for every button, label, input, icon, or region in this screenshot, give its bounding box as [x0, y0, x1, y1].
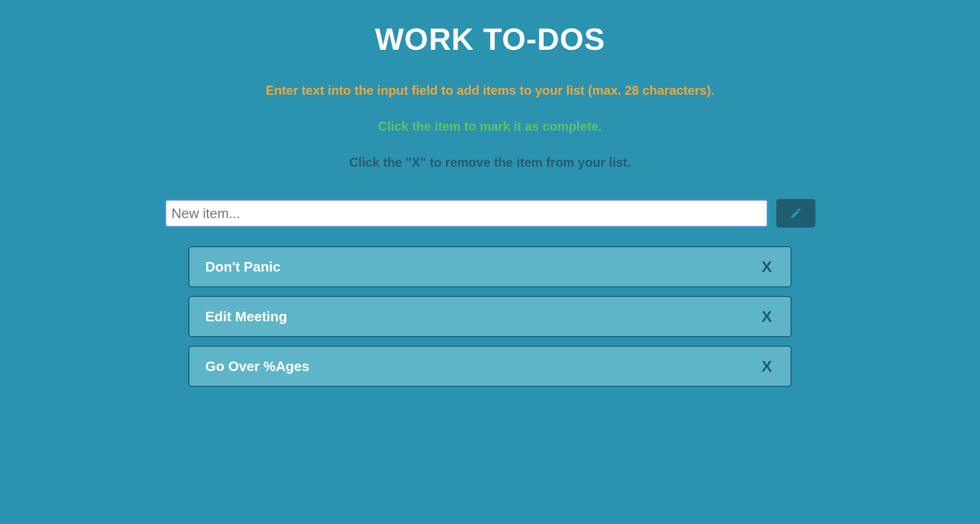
remove-button[interactable]: X — [759, 357, 775, 375]
instruction-add: Enter text into the input field to add i… — [162, 83, 818, 98]
todo-list: Don't Panic X Edit Meeting X Go Over %Ag… — [162, 246, 818, 387]
todo-item[interactable]: Go Over %Ages X — [188, 346, 792, 387]
todo-item[interactable]: Don't Panic X — [188, 246, 792, 287]
todo-text: Go Over %Ages — [205, 358, 310, 375]
remove-button[interactable]: X — [759, 258, 775, 276]
todo-text: Edit Meeting — [205, 309, 287, 325]
new-item-input[interactable] — [165, 199, 768, 228]
instruction-complete: Click the item to mark it as complete. — [162, 119, 818, 134]
todo-text: Don't Panic — [205, 259, 280, 275]
remove-button[interactable]: X — [759, 308, 775, 326]
todo-item[interactable]: Edit Meeting X — [188, 296, 792, 337]
instruction-remove: Click the "X" to remove the item from yo… — [162, 155, 818, 170]
input-row — [162, 199, 818, 228]
pencil-icon — [790, 207, 802, 220]
page-title: WORK TO-DOS — [162, 21, 818, 57]
add-button[interactable] — [776, 199, 815, 228]
